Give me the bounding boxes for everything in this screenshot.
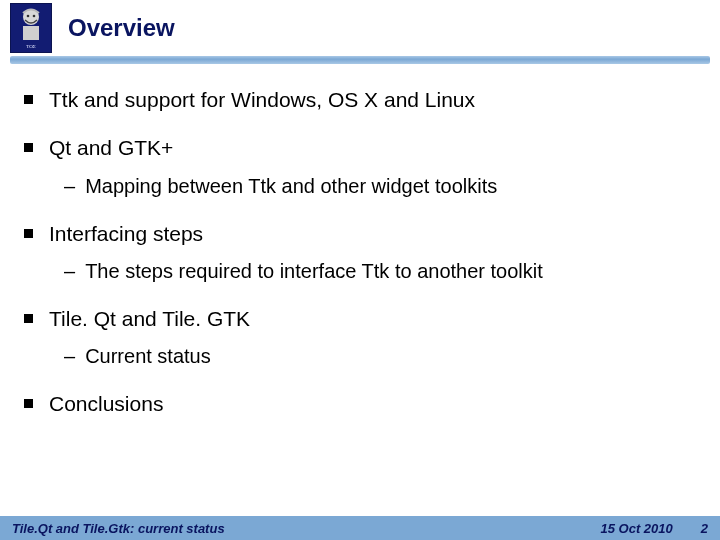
bullet-icon: [24, 399, 33, 408]
bullet-text: Qt and GTK+: [49, 134, 173, 162]
slide-body: Ttk and support for Windows, OS X and Li…: [0, 64, 720, 419]
bullet-icon: [24, 95, 33, 104]
footer-left: Tile.Qt and Tile.Gtk: current status: [12, 521, 225, 536]
sub-bullet-text: The steps required to interface Ttk to a…: [85, 258, 543, 285]
bullet-text: Ttk and support for Windows, OS X and Li…: [49, 86, 475, 114]
sub-bullet-text: Current status: [85, 343, 211, 370]
sub-list-item: – Current status: [24, 343, 696, 370]
sub-list-item: – Mapping between Ttk and other widget t…: [24, 173, 696, 200]
dash-icon: –: [64, 343, 75, 370]
svg-rect-4: [23, 26, 39, 40]
slide-title: Overview: [68, 14, 175, 42]
slide: ΤΟΣ Overview Ttk and support for Windows…: [0, 0, 720, 540]
dash-icon: –: [64, 173, 75, 200]
bullet-icon: [24, 143, 33, 152]
bullet-icon: [24, 314, 33, 323]
list-item: Qt and GTK+ – Mapping between Ttk and ot…: [24, 134, 696, 199]
list-item: Conclusions: [24, 390, 696, 418]
logo-icon: ΤΟΣ: [10, 3, 52, 53]
list-item: Interfacing steps – The steps required t…: [24, 220, 696, 285]
slide-header: ΤΟΣ Overview: [0, 0, 720, 56]
title-divider: [0, 56, 720, 64]
svg-text:ΤΟΣ: ΤΟΣ: [26, 44, 36, 49]
svg-point-3: [33, 15, 36, 18]
bullet-text: Tile. Qt and Tile. GTK: [49, 305, 250, 333]
bullet-list: Ttk and support for Windows, OS X and Li…: [24, 86, 696, 419]
footer-date: 15 Oct 2010: [600, 521, 672, 536]
list-item: Ttk and support for Windows, OS X and Li…: [24, 86, 696, 114]
slide-footer: Tile.Qt and Tile.Gtk: current status 15 …: [0, 512, 720, 540]
sub-bullet-text: Mapping between Ttk and other widget too…: [85, 173, 497, 200]
dash-icon: –: [64, 258, 75, 285]
bullet-icon: [24, 229, 33, 238]
list-item: Tile. Qt and Tile. GTK – Current status: [24, 305, 696, 370]
bullet-text: Conclusions: [49, 390, 163, 418]
sub-list-item: – The steps required to interface Ttk to…: [24, 258, 696, 285]
bullet-text: Interfacing steps: [49, 220, 203, 248]
svg-point-2: [27, 15, 30, 18]
page-number: 2: [701, 521, 708, 536]
